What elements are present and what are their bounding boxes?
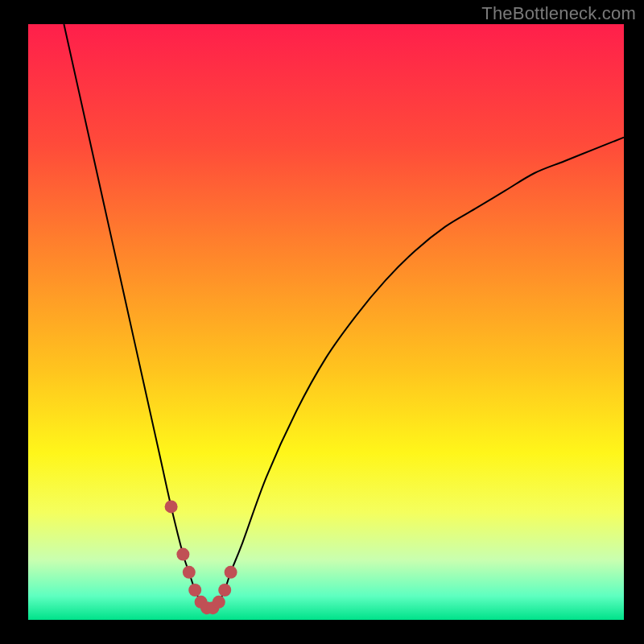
bottleneck-chart: [0, 0, 644, 644]
optimum-marker: [176, 548, 189, 561]
plot-background: [28, 24, 624, 620]
optimum-marker: [225, 566, 237, 579]
optimum-marker: [165, 500, 178, 513]
chart-frame: TheBottleneck.com: [0, 0, 644, 644]
optimum-marker: [218, 584, 231, 597]
optimum-marker: [188, 584, 201, 597]
optimum-marker: [213, 596, 225, 609]
optimum-marker: [183, 566, 196, 579]
